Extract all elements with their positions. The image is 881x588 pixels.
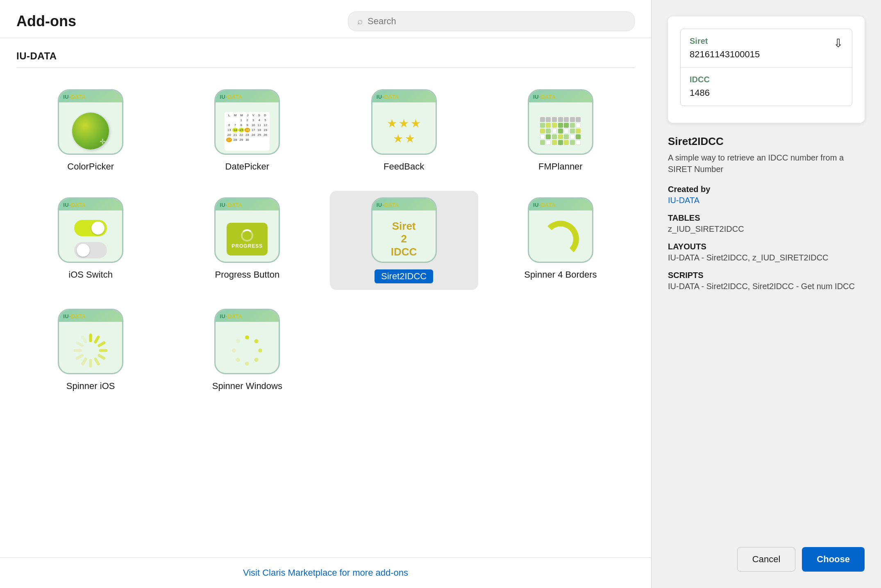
idcc-field-value: 1486 (690, 88, 843, 98)
right-panel: Siret 82161143100015 ⇩ IDCC 1486 Siret2I… (652, 0, 881, 588)
addon-label-datepicker: DatePicker (225, 161, 270, 172)
choose-button[interactable]: Choose (802, 547, 865, 572)
svg-point-14 (258, 348, 262, 353)
preview-idcc-row: IDCC 1486 (681, 68, 852, 106)
svg-point-16 (245, 362, 249, 366)
addon-icon-colorpicker: IU-DATA ✛ (58, 89, 123, 155)
created-by-value: IU-DATA (668, 196, 865, 205)
layouts-value: IU-DATA - Siret2IDCC, z_IUD_SIRET2IDCC (668, 253, 865, 262)
addon-label-spinner-ios: Spinner iOS (66, 381, 115, 391)
svg-point-12 (245, 335, 249, 339)
addon-label-feedback: FeedBack (384, 161, 424, 172)
idcc-field-label: IDCC (690, 75, 843, 84)
addon-item-feedback[interactable]: IU-DATA ★★★ ★★ Feed (330, 83, 478, 179)
addon-item-spinner-windows[interactable]: IU-DATA (173, 302, 321, 398)
addon-icon-fmplanner: IU-DATA (528, 89, 593, 155)
addon-item-spinner-ios[interactable]: IU-DATA (16, 302, 165, 398)
addon-label-fmplanner: FMPlanner (538, 161, 583, 172)
download-icon[interactable]: ⇩ (833, 36, 843, 50)
siret-field-value: 82161143100015 (690, 49, 760, 60)
addon-icon-siret2idcc: IU-DATA Siret 2 IDCC (371, 197, 437, 263)
section-divider (16, 68, 635, 68)
tables-value: z_IUD_SIRET2IDCC (668, 224, 865, 234)
svg-line-4 (99, 355, 104, 358)
detail-tables: TABLES z_IUD_SIRET2IDCC (668, 213, 865, 234)
preview-inner: Siret 82161143100015 ⇩ IDCC 1486 (680, 29, 852, 106)
svg-line-5 (95, 359, 98, 364)
addon-icon-spinner-ios: IU-DATA (58, 309, 123, 374)
search-icon: ⌕ (357, 16, 363, 27)
preview-siret-row: Siret 82161143100015 ⇩ (681, 29, 852, 68)
page-title: Add-ons (16, 13, 76, 30)
left-panel: Add-ons ⌕ IU-DATA IU-DATA ✛ (0, 0, 652, 588)
addon-detail-desc: A simple way to retrieve an IDCC number … (668, 152, 865, 175)
detail-created-by: Created by IU-DATA (668, 185, 865, 205)
svg-line-8 (77, 355, 82, 358)
addon-label-spinner4borders: Spinner 4 Borders (524, 269, 597, 280)
layouts-label: LAYOUTS (668, 242, 865, 251)
header: Add-ons ⌕ (0, 0, 651, 38)
addon-label-spinner-windows: Spinner Windows (212, 381, 282, 391)
addon-label-ios-switch: iOS Switch (68, 269, 113, 280)
footer: Visit Claris Marketplace for more add-on… (0, 557, 651, 588)
detail-scripts: SCRIPTS IU-DATA - Siret2IDCC, Siret2IDCC… (668, 271, 865, 291)
addon-item-progress-button[interactable]: IU-DATA PROGRESS Progress Button (173, 191, 321, 290)
footer-buttons: Cancel Choose (668, 539, 865, 572)
svg-line-11 (83, 337, 86, 342)
search-bar: ⌕ (348, 11, 635, 31)
addon-item-colorpicker[interactable]: IU-DATA ✛ ColorPicker (16, 83, 165, 179)
scripts-value: IU-DATA - Siret2IDCC, Siret2IDCC - Get n… (668, 282, 865, 291)
addon-item-datepicker[interactable]: IU-DATA LMMJVSD 12345 6789101112 1314151… (173, 83, 321, 179)
content-area: IU-DATA IU-DATA ✛ ColorP (0, 38, 651, 557)
svg-point-19 (235, 338, 241, 344)
addons-grid: IU-DATA ✛ ColorPicker IU-DAT (16, 83, 635, 398)
addon-icon-progress-button: IU-DATA PROGRESS (214, 197, 280, 263)
addon-icon-spinner-windows: IU-DATA (214, 309, 280, 374)
addon-detail: Siret2IDCC A simple way to retrieve an I… (668, 135, 865, 539)
addon-item-spinner4borders[interactable]: IU-DATA Spinner 4 Borders (486, 191, 635, 290)
addon-item-siret2idcc[interactable]: IU-DATA Siret 2 IDCC Siret2IDCC (330, 191, 478, 290)
addon-label-progress-button: Progress Button (215, 269, 280, 280)
svg-point-15 (254, 357, 259, 363)
detail-layouts: LAYOUTS IU-DATA - Siret2IDCC, z_IUD_SIRE… (668, 242, 865, 262)
svg-point-18 (232, 348, 236, 353)
addon-icon-datepicker: IU-DATA LMMJVSD 12345 6789101112 1314151… (214, 89, 280, 155)
marketplace-link[interactable]: Visit Claris Marketplace for more add-on… (243, 568, 408, 578)
svg-line-1 (95, 337, 98, 342)
addon-icon-feedback: IU-DATA ★★★ ★★ (371, 89, 437, 155)
siret-field-label: Siret (690, 36, 760, 46)
svg-point-17 (235, 357, 241, 363)
scripts-label: SCRIPTS (668, 271, 865, 280)
addon-label-siret2idcc: Siret2IDCC (375, 269, 433, 283)
addon-item-fmplanner[interactable]: IU-DATA FMPlanner (486, 83, 635, 179)
addon-item-ios-switch[interactable]: IU-DATA iOS Switc (16, 191, 165, 290)
section-title: IU-DATA (16, 50, 635, 62)
tables-label: TABLES (668, 213, 865, 223)
svg-point-13 (254, 338, 259, 344)
preview-card: Siret 82161143100015 ⇩ IDCC 1486 (668, 16, 865, 123)
search-input[interactable] (368, 16, 625, 27)
svg-line-10 (77, 343, 82, 346)
created-by-label: Created by (668, 185, 865, 194)
addon-icon-spinner4borders: IU-DATA (528, 197, 593, 263)
addon-label-colorpicker: ColorPicker (67, 161, 114, 172)
addon-icon-ios-switch: IU-DATA (58, 197, 123, 263)
addon-detail-name: Siret2IDCC (668, 135, 865, 148)
svg-line-7 (83, 359, 86, 364)
svg-line-2 (99, 343, 104, 346)
cancel-button[interactable]: Cancel (737, 547, 795, 572)
